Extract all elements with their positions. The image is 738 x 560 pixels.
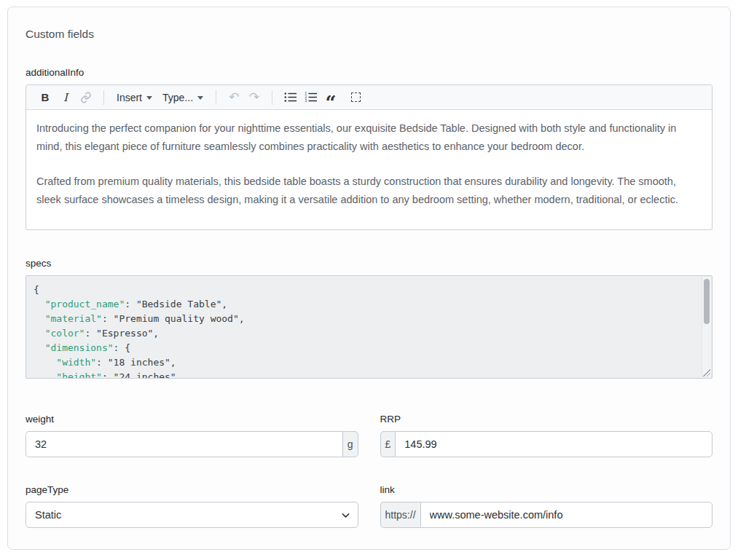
currency-addon: £: [380, 431, 396, 457]
bold-button[interactable]: B: [36, 89, 54, 106]
link-input-group: https://: [380, 502, 713, 528]
scrollbar[interactable]: [702, 277, 711, 377]
insert-menu[interactable]: Insert: [113, 89, 156, 106]
toolbar-divider: [216, 90, 216, 105]
rrp-input-group: £: [380, 431, 713, 457]
link-icon[interactable]: [77, 89, 95, 106]
rich-text-editor: B I Insert Type... ↶ ↷: [25, 84, 713, 230]
protocol-addon: https://: [380, 502, 420, 528]
resize-handle-icon[interactable]: [702, 368, 710, 376]
chevron-down-icon: [146, 96, 152, 100]
chevron-down-icon: [341, 510, 350, 522]
selected-option: Static: [35, 509, 61, 521]
specs-editor[interactable]: { "product_name": "Bedside Table", "mate…: [25, 275, 713, 379]
italic-button[interactable]: I: [57, 89, 74, 106]
weight-input[interactable]: [25, 431, 342, 457]
editor-content[interactable]: Introducing the perfect companion for yo…: [26, 110, 712, 230]
editor-toolbar: B I Insert Type... ↶ ↷: [26, 85, 712, 110]
toolbar-divider: [103, 90, 104, 105]
numbered-list-icon[interactable]: 123: [302, 89, 319, 106]
blockquote-icon[interactable]: “: [322, 89, 339, 106]
svg-text:3: 3: [305, 99, 307, 103]
additional-info-label: additionalInfo: [25, 67, 713, 78]
undo-icon[interactable]: ↶: [225, 89, 243, 106]
type-menu[interactable]: Type...: [159, 89, 207, 106]
page-type-label: pageType: [25, 484, 358, 495]
weight-input-group: g: [25, 431, 358, 457]
rrp-input[interactable]: [395, 431, 713, 457]
bullet-list-icon[interactable]: [281, 89, 299, 106]
toolbar-divider: [272, 90, 272, 105]
specs-label: specs: [25, 258, 713, 269]
custom-fields-card: Custom fields additionalInfo B I Insert …: [7, 7, 731, 550]
chevron-down-icon: [197, 96, 203, 100]
page-type-select[interactable]: Static: [25, 502, 358, 528]
specs-code[interactable]: { "product_name": "Bedside Table", "mate…: [26, 276, 712, 379]
weight-label: weight: [25, 414, 358, 425]
card-title: Custom fields: [25, 28, 713, 41]
scrollbar-thumb[interactable]: [704, 279, 710, 324]
horizontal-rule-icon[interactable]: [347, 89, 364, 106]
link-input[interactable]: [420, 502, 713, 528]
rrp-label: RRP: [380, 414, 713, 425]
link-label: link: [380, 484, 713, 495]
redo-icon[interactable]: ↷: [246, 89, 263, 106]
weight-unit-addon: g: [342, 431, 358, 457]
